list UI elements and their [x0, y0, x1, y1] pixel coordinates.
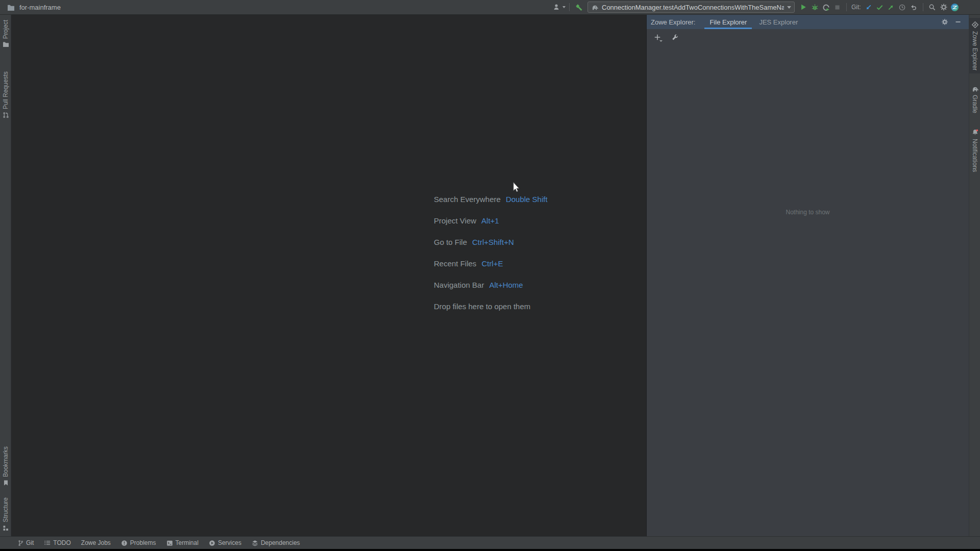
gradle-elephant-icon [971, 86, 979, 92]
hint-label: Search Everywhere [434, 195, 501, 204]
stripe-item-label: Notifications [971, 139, 978, 172]
stripe-item-gradle[interactable]: Gradle [969, 83, 980, 116]
statusbar-item-label: Problems [130, 539, 156, 546]
services-icon [209, 540, 215, 546]
user-account-icon[interactable] [551, 2, 562, 13]
statusbar-item-dependencies[interactable]: Dependencies [248, 537, 304, 549]
main-toolbar: for-mainframe [0, 0, 980, 15]
add-connection-button[interactable] [652, 32, 663, 43]
project-name: for-mainframe [19, 4, 61, 11]
stripe-item-label: Project [2, 20, 9, 39]
debug-button[interactable] [809, 2, 820, 13]
git-update-button[interactable] [863, 2, 874, 13]
statusbar-item-services[interactable]: Services [205, 537, 246, 549]
tab-jes-explorer[interactable]: JES Explorer [754, 15, 803, 29]
stripe-item-zowe-explorer[interactable]: Zowe Explorer [969, 18, 980, 73]
stripe-item-label: Zowe Explorer [971, 31, 978, 70]
stripe-item-project[interactable]: Project [0, 17, 11, 50]
statusbar-item-git[interactable]: Git [14, 537, 38, 549]
statusbar-item-todo[interactable]: TODO [40, 537, 75, 549]
toolbar-right-actions: ConnectionManager.testAddTwoConnectionsW… [551, 0, 961, 14]
toolbar-separator [569, 3, 570, 11]
git-push-button[interactable] [886, 2, 897, 13]
terminal-icon [166, 540, 173, 546]
stripe-item-notifications[interactable]: Notifications [969, 126, 980, 175]
profiler-button[interactable] [820, 2, 831, 13]
pull-request-icon [3, 112, 9, 118]
stop-button[interactable] [831, 2, 843, 13]
stripe-item-label: Pull Requests [2, 71, 9, 109]
tool-window-settings-gear-icon[interactable] [939, 16, 950, 28]
run-configuration-name: ConnectionManager.testAddTwoConnectionsW… [602, 4, 784, 11]
zowe-explorer-panel: Zowe Explorer: File Explorer JES Explore… [646, 15, 969, 536]
statusbar-item-zowe-jobs[interactable]: Zowe Jobs [77, 537, 115, 549]
stripe-item-pull-requests[interactable]: Pull Requests [0, 68, 11, 121]
run-button[interactable] [798, 2, 809, 13]
hint-label: Recent Files [434, 259, 476, 268]
hint-label: Navigation Bar [434, 281, 484, 289]
hint-label: Project View [434, 216, 476, 225]
statusbar-item-label: TODO [53, 539, 70, 546]
user-dropdown-caret[interactable] [562, 6, 566, 8]
tab-file-explorer[interactable]: File Explorer [704, 15, 752, 29]
edit-settings-wrench-icon[interactable] [669, 32, 680, 43]
status-bar: Git TODO Zowe Jobs Problems [0, 536, 980, 549]
project-folder-icon [5, 2, 16, 13]
stripe-item-structure[interactable]: Structure [0, 494, 11, 534]
hint-row: Navigation Bar Alt+Home [434, 274, 548, 295]
problems-icon [121, 540, 128, 546]
hint-label: Drop files here to open them [434, 302, 530, 311]
editor-shortcut-hints: Search Everywhere Double Shift Project V… [434, 188, 548, 317]
hint-shortcut: Ctrl+E [481, 259, 503, 268]
git-label: Git: [851, 4, 861, 11]
structure-icon [3, 525, 9, 531]
tab-label: File Explorer [709, 18, 747, 26]
statusbar-item-label: Services [218, 539, 241, 546]
settings-gear-icon[interactable] [938, 2, 949, 13]
hide-tool-window-icon[interactable] [952, 16, 964, 28]
empty-state-text: Nothing to show [647, 209, 969, 216]
hint-row: Recent Files Ctrl+E [434, 253, 548, 274]
statusbar-item-problems[interactable]: Problems [117, 537, 160, 549]
rollback-button[interactable] [908, 2, 919, 13]
build-hammer-icon[interactable] [573, 2, 584, 13]
add-dropdown-caret [659, 40, 663, 42]
statusbar-item-label: Git [26, 539, 34, 546]
zowe-diamond-icon [971, 21, 979, 29]
folder-icon [3, 41, 9, 47]
tool-window-header: Zowe Explorer: File Explorer JES Explore… [647, 15, 969, 29]
window-bottom-edge [0, 549, 980, 551]
run-configuration-caret [787, 6, 791, 9]
zowe-logo-icon[interactable] [949, 2, 961, 13]
notification-bell-icon [971, 129, 979, 136]
hint-row: Go to File Ctrl+Shift+N [434, 231, 548, 253]
tab-label: JES Explorer [759, 18, 798, 26]
statusbar-item-label: Zowe Jobs [81, 539, 111, 546]
git-commit-button[interactable] [874, 2, 886, 13]
dependencies-layers-icon [252, 540, 258, 546]
hint-shortcut: Ctrl+Shift+N [472, 238, 514, 246]
hint-shortcut: Alt+1 [481, 216, 499, 225]
editor-area: Search Everywhere Double Shift Project V… [12, 15, 646, 536]
tool-window-title: Zowe Explorer: [651, 18, 695, 26]
bookmark-icon [3, 480, 9, 486]
stripe-item-bookmarks[interactable]: Bookmarks [0, 443, 11, 489]
hint-label: Go to File [434, 238, 467, 246]
todo-list-icon [44, 540, 51, 546]
statusbar-item-label: Dependencies [261, 539, 300, 546]
toolbar-separator [923, 3, 923, 11]
history-clock-button[interactable] [897, 2, 908, 13]
hint-shortcut: Alt+Home [489, 281, 523, 289]
stripe-item-label: Gradle [971, 95, 978, 113]
statusbar-item-terminal[interactable]: Terminal [162, 537, 203, 549]
explorer-toolbar [647, 29, 969, 45]
hint-row: Project View Alt+1 [434, 210, 548, 231]
run-configuration-select[interactable]: ConnectionManager.testAddTwoConnectionsW… [587, 2, 795, 13]
gradle-task-icon [591, 3, 599, 11]
hint-shortcut: Double Shift [506, 195, 548, 204]
hint-row: Search Everywhere Double Shift [434, 188, 548, 210]
right-tool-stripe: Zowe Explorer Gradle Notifications [969, 15, 980, 536]
git-branch-icon [18, 540, 23, 546]
statusbar-item-label: Terminal [176, 539, 199, 546]
search-everywhere-icon[interactable] [927, 2, 938, 13]
